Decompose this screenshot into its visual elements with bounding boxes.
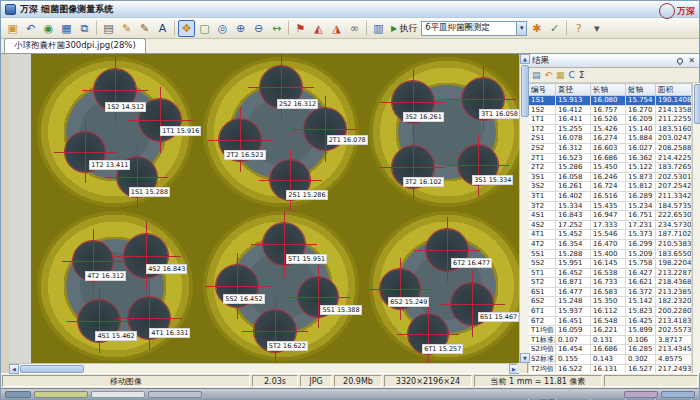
- table-row[interactable]: 3S116.05816.24615.873202.5301: [529, 172, 692, 182]
- table-cell: 15.373: [626, 230, 656, 240]
- taskbar-start-button[interactable]: [5, 391, 31, 398]
- pin-icon[interactable]: [676, 56, 684, 64]
- pen-annotate-icon[interactable]: ✎: [136, 20, 153, 37]
- table-scrollbar[interactable]: [692, 83, 700, 373]
- column-header[interactable]: 编号: [529, 84, 556, 96]
- table-row[interactable]: 2T215.28615.45015.122183.7265: [529, 163, 692, 173]
- table-row[interactable]: 4T216.35416.47016.299210.5383: [529, 239, 692, 249]
- table-cell: 16.603: [591, 143, 626, 153]
- table-cell: 16.751: [626, 211, 656, 221]
- table-row[interactable]: 4S217.25217.33317.231234.5730: [529, 220, 692, 230]
- table-row[interactable]: 2T116.52316.68616.362214.4225: [529, 153, 692, 163]
- table-row[interactable]: 6S116.47716.58316.372213.2385: [529, 287, 692, 297]
- table-row[interactable]: 1T116.41116.52616.209211.2255: [529, 115, 692, 125]
- taskbar-window-button[interactable]: [34, 391, 88, 398]
- taskbar-window-button[interactable]: [91, 391, 145, 398]
- table-cell: 16.027: [626, 143, 656, 153]
- measure-mode-select[interactable]: 6平皿抑菌圈测定: [421, 21, 517, 36]
- execute-button[interactable]: ▶执行: [388, 22, 420, 35]
- back-icon[interactable]: ↶: [22, 20, 39, 37]
- hand-pan-icon[interactable]: ✥: [178, 20, 195, 37]
- image-canvas[interactable]: 1S2 14.5121T1 15.9161T2 13.4111S1 15.288…: [9, 54, 519, 363]
- monitor-icon[interactable]: ▥: [370, 20, 387, 37]
- table-row[interactable]: 5S215.95116.14515.758198.2204: [529, 259, 692, 269]
- link-icon[interactable]: ∞: [346, 20, 363, 37]
- zone-measurement-label: 4S2 16.843: [146, 264, 187, 274]
- table-row[interactable]: 4T115.45215.54615.373187.7102: [529, 230, 692, 240]
- table-cell: T1均值: [529, 326, 556, 336]
- column-header[interactable]: 长轴: [591, 84, 626, 96]
- table-row[interactable]: 1S216.41216.75716.270214.1358: [529, 105, 692, 115]
- canvas-vertical-scrollbar[interactable]: ▲ ▼: [519, 54, 529, 363]
- zoom-out-icon[interactable]: ⊖: [250, 20, 267, 37]
- fit-window-icon[interactable]: ↔: [268, 20, 285, 37]
- table-row[interactable]: 2S116.07816.27415.884203.0247: [529, 134, 692, 144]
- taskbar-tray-item[interactable]: [624, 391, 658, 398]
- table-cell: 183.6550: [656, 249, 692, 259]
- column-header[interactable]: 面积: [656, 84, 692, 96]
- table-cell: 15.913: [556, 96, 591, 106]
- clear-icon[interactable]: C: [569, 70, 575, 80]
- taskbar-window-button[interactable]: [148, 391, 202, 398]
- scroll-up-arrow[interactable]: ▲: [520, 54, 530, 64]
- table-row[interactable]: T1标准差0.1070.1310.1063.8717: [529, 335, 692, 345]
- save-result-icon[interactable]: ▦: [556, 70, 565, 80]
- open-folder-icon[interactable]: ▣: [4, 20, 21, 37]
- sum-icon[interactable]: Σ: [579, 70, 585, 80]
- zone-measurement-label: 4T2 16.312: [85, 271, 126, 281]
- table-row[interactable]: 6S215.24815.35015.142182.2320: [529, 297, 692, 307]
- table-row[interactable]: 1T215.25515.42615.140183.5160: [529, 124, 692, 134]
- chevron-down-icon[interactable]: ▾: [517, 21, 527, 36]
- scroll-left-arrow[interactable]: ◀: [9, 364, 19, 374]
- pencil-icon[interactable]: ✎: [118, 20, 135, 37]
- help-dropdown-icon[interactable]: ▾: [588, 20, 605, 37]
- table-cell: 5S2: [529, 259, 556, 269]
- settings-icon[interactable]: ✱: [528, 20, 545, 37]
- table-row[interactable]: 3S216.26116.72415.812207.2542: [529, 182, 692, 192]
- table-row[interactable]: 6T115.93716.11215.823200.2280: [529, 307, 692, 317]
- zoom-in-icon[interactable]: ⊕: [232, 20, 249, 37]
- table-cell: 16.425: [626, 316, 656, 326]
- table-row[interactable]: S2标准差0.1550.1430.3024.8575: [529, 355, 692, 365]
- table-row[interactable]: 2S216.31216.60316.027208.2588: [529, 143, 692, 153]
- table-cell: 15.873: [626, 172, 656, 182]
- measure-area-icon[interactable]: ◮: [328, 20, 345, 37]
- undo-icon[interactable]: ↶: [545, 70, 553, 80]
- crosshair-vline-icon: [160, 87, 161, 153]
- table-scroll-thumb[interactable]: [694, 84, 700, 124]
- close-icon[interactable]: ✕: [688, 57, 695, 65]
- table-cell: 16.686: [591, 345, 626, 355]
- table-row[interactable]: 4S116.84316.94716.751222.6530: [529, 211, 692, 221]
- export-icon[interactable]: ▤: [532, 70, 541, 80]
- text-label-icon[interactable]: A: [154, 20, 171, 37]
- table-cell: 16.724: [591, 182, 626, 192]
- column-header[interactable]: 短轴: [626, 84, 656, 96]
- save-icon[interactable]: ▦: [58, 20, 75, 37]
- table-row[interactable]: 5T216.87116.73316.621218.4368: [529, 278, 692, 288]
- table-row[interactable]: T1均值16.05916.22115.899202.5573: [529, 326, 692, 336]
- table-row[interactable]: 3T116.40216.51616.289211.3342: [529, 191, 692, 201]
- measure-tool-icon[interactable]: ◭: [310, 20, 327, 37]
- print-icon[interactable]: ▤: [100, 20, 117, 37]
- taskbar-tray-item[interactable]: [661, 391, 695, 398]
- scroll-down-arrow[interactable]: ▼: [520, 353, 530, 363]
- table-row[interactable]: 5S115.28815.40015.209183.6550: [529, 249, 692, 259]
- table-row[interactable]: 1S115.91316.08015.754190.1408: [529, 96, 692, 106]
- scroll-thumb[interactable]: [20, 365, 84, 373]
- confirm-check-icon[interactable]: ✓: [546, 20, 563, 37]
- image-tab[interactable]: 小球孢囊杆菌300dpi.jpg(28%): [4, 38, 146, 53]
- help-icon[interactable]: ?: [570, 20, 587, 37]
- column-header[interactable]: 直径: [556, 84, 591, 96]
- magnifier-icon[interactable]: ◎: [214, 20, 231, 37]
- table-row[interactable]: 3T215.33415.43515.234184.5735: [529, 201, 692, 211]
- table-row[interactable]: 5T116.45216.53816.427213.2287: [529, 268, 692, 278]
- camera-icon[interactable]: ◉: [40, 20, 57, 37]
- table-row[interactable]: 6T216.45116.54816.425213.4183: [529, 316, 692, 326]
- save-all-icon[interactable]: ⧉: [76, 20, 93, 37]
- canvas-horizontal-scrollbar[interactable]: ◀ ▶: [9, 363, 519, 373]
- region-select-icon[interactable]: ▢: [196, 20, 213, 37]
- crosshair-vline-icon: [413, 134, 414, 200]
- scroll-thumb[interactable]: [521, 65, 529, 117]
- table-row[interactable]: S2均值16.45416.68616.285213.4345: [529, 345, 692, 355]
- flag-marker-icon[interactable]: ⚑: [292, 20, 309, 37]
